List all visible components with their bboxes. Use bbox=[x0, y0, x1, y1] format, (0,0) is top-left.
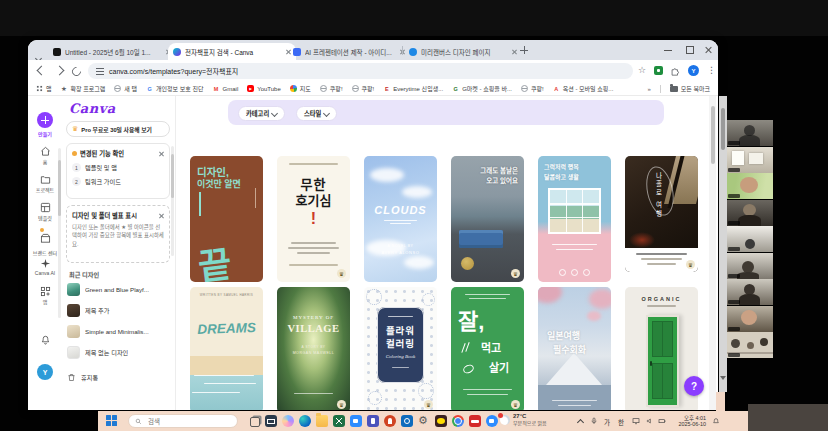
bookmark-coupang-2[interactable]: 쿠팡! bbox=[352, 84, 375, 93]
participant-video-tile[interactable] bbox=[727, 332, 773, 358]
tab-close-icon[interactable] bbox=[511, 49, 517, 55]
participant-video-tile[interactable] bbox=[727, 173, 773, 199]
whats-new-item-templates[interactable]: 1 템플릿 및 앱 bbox=[72, 163, 164, 172]
create-design-button[interactable] bbox=[37, 112, 53, 128]
template-sweet-life[interactable]: 그럭저럭 행복달콤하고 생활 bbox=[538, 156, 611, 282]
tab-miricanvas[interactable]: 미리캔버스 디자인 페이지 bbox=[404, 43, 522, 60]
bookmark-coupang-3[interactable]: 쿠팡! bbox=[521, 84, 544, 93]
bookmarks-overflow-icon[interactable]: » bbox=[647, 86, 650, 92]
tab-untitled[interactable]: Untitled - 2025년 6월 10일 1... bbox=[48, 43, 176, 60]
bookmark-extensions[interactable]: ★확장 프로그램 bbox=[61, 84, 106, 93]
taskbar-search[interactable] bbox=[128, 414, 238, 428]
participant-video-tile[interactable] bbox=[727, 253, 773, 279]
clip-app-icon[interactable] bbox=[469, 415, 481, 427]
search-input[interactable] bbox=[146, 417, 230, 426]
bookmark-star-icon[interactable]: ☆ bbox=[638, 65, 646, 75]
whats-new-item-teamwork[interactable]: 2 팀워크 가이드 bbox=[72, 177, 164, 186]
sidebar-item-apps[interactable]: 앱 bbox=[28, 286, 62, 305]
recent-design-item[interactable]: 제목 추가 bbox=[67, 301, 171, 319]
teams-icon[interactable] bbox=[367, 415, 379, 427]
help-button[interactable]: ? bbox=[684, 376, 704, 396]
participant-video-tile[interactable] bbox=[727, 306, 773, 332]
sidebar-item-home[interactable]: 홈 bbox=[28, 146, 62, 165]
extension-icon[interactable] bbox=[654, 66, 663, 75]
forward-icon[interactable] bbox=[55, 66, 65, 76]
dismiss-card-icon[interactable] bbox=[158, 151, 164, 157]
template-flower-coloring[interactable]: 플라워 컬러링 Coloring Book ♛ bbox=[364, 287, 437, 410]
template-clouds-novel[interactable]: CLOUDS A NOVEL BY AVERY ALONSO bbox=[364, 156, 437, 282]
sidebar-item-canva-ai[interactable]: Canva AI bbox=[28, 258, 62, 276]
trash-button[interactable]: 휴지통 bbox=[67, 368, 171, 386]
user-avatar[interactable]: Y bbox=[37, 364, 53, 380]
bookmark-coupang-1[interactable]: 쿠팡! bbox=[320, 84, 343, 93]
menu-kebab-icon[interactable]: ⋮ bbox=[707, 65, 716, 75]
tab-ai-presentation[interactable]: AI 프레젠테이션 제작 - 아이디... bbox=[288, 43, 410, 60]
mail-app-icon[interactable] bbox=[265, 415, 277, 427]
file-explorer-icon[interactable] bbox=[316, 415, 328, 427]
tab-canva-active[interactable]: 전자책표지 검색 - Canva bbox=[168, 43, 296, 60]
recent-design-item[interactable]: Green and Blue Playf... bbox=[67, 280, 171, 298]
bookmark-new-tab[interactable]: 새 탭 bbox=[114, 84, 137, 93]
pro-trial-button[interactable]: ♛ Pro 무료로 30일 사용해 보기 bbox=[66, 121, 170, 137]
window-maximize-button[interactable] bbox=[686, 46, 694, 54]
battery-icon[interactable] bbox=[658, 417, 666, 425]
all-bookmarks-button[interactable]: 모든 북마크 bbox=[670, 84, 710, 93]
copilot-icon[interactable] bbox=[282, 415, 294, 427]
kakaotalk-icon[interactable] bbox=[435, 415, 447, 427]
canva-logo[interactable]: Canva bbox=[69, 101, 116, 116]
template-design-this-is-all[interactable]: 디자인, 이것만 알면 끝 bbox=[190, 156, 263, 282]
ime-han[interactable]: 한 bbox=[618, 417, 624, 427]
bookmark-auction[interactable]: A옥션 - 모바일 쇼핑... bbox=[553, 84, 614, 93]
participant-video-tile[interactable] bbox=[727, 200, 773, 226]
bookmark-youtube[interactable]: ▶YouTube bbox=[247, 85, 281, 92]
scroll-down-arrow-icon[interactable] bbox=[720, 376, 726, 380]
template-infinite-curiosity[interactable]: 무한 호기심 ! ♛ bbox=[277, 156, 350, 282]
template-solo-travel[interactable]: 나홀로 여행 ♛ bbox=[625, 156, 698, 272]
zoom-meeting-icon[interactable] bbox=[486, 415, 498, 427]
bookmark-maps[interactable]: 지도 bbox=[290, 84, 311, 93]
site-settings-icon[interactable] bbox=[96, 68, 104, 75]
window-minimize-button[interactable] bbox=[664, 50, 672, 51]
edge-icon[interactable] bbox=[299, 415, 311, 427]
template-mystery-of-village[interactable]: MYSTERY OF VILLAGE A STORY BY MORGAN MAX… bbox=[277, 287, 350, 410]
style-filter-button[interactable]: 스타일 bbox=[296, 106, 337, 121]
notification-bell-icon[interactable] bbox=[712, 417, 720, 425]
recent-design-item[interactable]: Simple and Minimalis... bbox=[67, 322, 171, 340]
rail-scrollbar[interactable] bbox=[58, 148, 61, 318]
taskbar-clock[interactable]: 오후 4:01 2025-06-10 bbox=[674, 415, 706, 428]
excel-icon[interactable] bbox=[333, 415, 345, 427]
settings-gear-icon[interactable]: ⚙ bbox=[418, 414, 428, 427]
sidebar-item-brand-center[interactable]: 브랜드 센터 bbox=[28, 230, 62, 256]
dismiss-card-icon[interactable] bbox=[158, 213, 164, 219]
profile-avatar[interactable]: Y bbox=[688, 65, 699, 76]
bookmark-gmail[interactable]: MGmail bbox=[213, 85, 239, 92]
template-dreams[interactable]: WRITTEN BY SAMUEL HARRIS DREAMS bbox=[190, 287, 263, 410]
template-eat-well-live-well[interactable]: 잘, 먹고 살기 ♛ bbox=[451, 287, 524, 410]
bookmark-privacy-check[interactable]: G개인정보 보호 진단 bbox=[146, 84, 204, 93]
outlook-icon[interactable] bbox=[401, 415, 413, 427]
powerpoint-icon[interactable] bbox=[384, 415, 396, 427]
bookmark-gmarket[interactable]: GG마켓 - 쇼핑을 바... bbox=[452, 84, 512, 93]
page-scrollbar-thumb[interactable] bbox=[711, 106, 715, 164]
template-japan-travel-phrases[interactable]: 일본여행 필수회화 bbox=[538, 287, 611, 410]
participant-video-tile[interactable] bbox=[727, 147, 773, 173]
sidebar-item-templates[interactable]: 템플릿 bbox=[28, 202, 62, 221]
bookmark-apps[interactable]: 앱 bbox=[36, 84, 52, 93]
reload-icon[interactable] bbox=[70, 65, 83, 78]
panel-scrollbar[interactable] bbox=[171, 146, 174, 256]
address-bar[interactable]: canva.com/s/templates?query=전자책표지 bbox=[88, 63, 633, 79]
speaker-icon[interactable] bbox=[646, 417, 654, 425]
participant-video-tile[interactable] bbox=[727, 226, 773, 252]
bookmark-everytime[interactable]: EEverytime 신입생... bbox=[383, 84, 443, 93]
ime-ga[interactable]: 가 bbox=[604, 417, 610, 427]
template-spring-days[interactable]: 그래도 봄날은오고 있어요 ♛ bbox=[451, 156, 524, 282]
participant-video-tile[interactable] bbox=[727, 120, 773, 146]
task-view-icon[interactable] bbox=[250, 417, 260, 427]
microphone-icon[interactable] bbox=[590, 417, 598, 425]
tray-expand-icon[interactable] bbox=[577, 419, 584, 426]
recent-design-item[interactable]: 제목 없는 디자인 bbox=[67, 343, 171, 361]
chrome-icon[interactable] bbox=[452, 415, 464, 427]
start-button[interactable] bbox=[106, 415, 117, 426]
extensions-puzzle-icon[interactable] bbox=[670, 66, 680, 76]
back-icon[interactable] bbox=[37, 66, 47, 76]
